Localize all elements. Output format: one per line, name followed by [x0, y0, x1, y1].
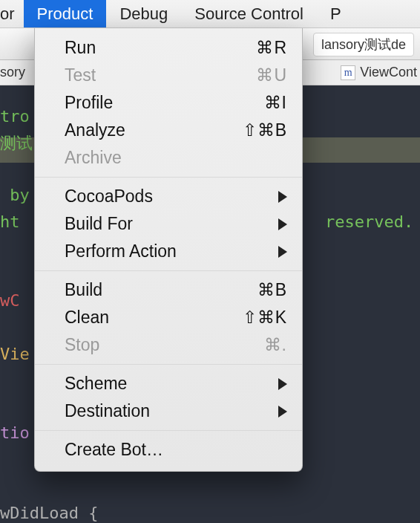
breadcrumb-right[interactable]: m ViewCont: [341, 65, 420, 80]
menu-item-label: Stop: [65, 335, 264, 355]
menu-item-stop: Stop⌘.: [35, 331, 302, 359]
menu-item-analyze[interactable]: Analyze⇧⌘B: [35, 117, 302, 144]
menu-separator: [35, 430, 302, 431]
menu-separator: [35, 177, 302, 178]
menu-item-build[interactable]: Build⌘B: [35, 276, 302, 304]
menu-item-profile[interactable]: Profile⌘I: [35, 89, 302, 117]
code-fragment: reserved.: [325, 209, 413, 235]
submenu-arrow-icon: [278, 406, 287, 418]
menu-item-shortcut: ⇧⌘K: [243, 308, 287, 328]
menu-item-shortcut: ⌘.: [264, 335, 287, 355]
scheme-path-text: lansory测试de: [321, 36, 406, 53]
menubar-item-p[interactable]: P: [317, 0, 355, 27]
breadcrumb-right-text: ViewCont: [360, 65, 417, 80]
menubar-item-source-control[interactable]: Source Control: [181, 0, 317, 27]
code-fragment: ht: [0, 209, 20, 235]
product-menu-dropdown: Run⌘RTest⌘UProfile⌘IAnalyze⇧⌘BArchiveCoc…: [34, 28, 303, 472]
code-fragment: wDidLoad {: [0, 500, 98, 523]
scheme-path-field[interactable]: lansory测试de: [313, 33, 414, 56]
menu-item-label: Destination: [65, 401, 278, 421]
file-m-icon: m: [341, 65, 355, 80]
menubar-item-debug[interactable]: Debug: [106, 0, 181, 27]
menu-item-clean[interactable]: Clean⇧⌘K: [35, 304, 302, 331]
menu-item-archive: Archive: [35, 144, 302, 172]
menu-item-shortcut: ⌘U: [256, 65, 287, 85]
menu-item-label: CocoaPods: [65, 186, 278, 207]
menu-item-run[interactable]: Run⌘R: [35, 34, 302, 62]
menu-item-label: Analyze: [65, 120, 243, 140]
menu-item-build-for[interactable]: Build For: [35, 210, 302, 238]
code-fragment: wC: [0, 288, 20, 314]
code-fragment: tro: [0, 103, 30, 130]
menu-item-shortcut: ⌘I: [264, 93, 287, 113]
breadcrumb-left-text: sory: [0, 65, 25, 80]
submenu-arrow-icon: [278, 191, 287, 203]
submenu-arrow-icon: [278, 378, 287, 390]
menu-item-label: Test: [65, 65, 256, 85]
menu-item-scheme[interactable]: Scheme: [35, 370, 302, 397]
code-fragment: tio: [0, 420, 30, 446]
menu-item-perform-action[interactable]: Perform Action: [35, 238, 302, 265]
menu-separator: [35, 364, 302, 365]
menu-item-label: Scheme: [65, 374, 278, 394]
submenu-arrow-icon: [278, 246, 287, 258]
submenu-arrow-icon: [278, 218, 287, 230]
menu-item-label: Build For: [65, 214, 278, 234]
menu-item-destination[interactable]: Destination: [35, 397, 302, 425]
menu-item-shortcut: ⌘R: [256, 38, 287, 58]
menubar-item-product[interactable]: Product: [24, 0, 107, 27]
code-fragment: by: [0, 182, 30, 209]
menu-item-label: Archive: [65, 148, 287, 168]
menu-item-create-bot[interactable]: Create Bot…: [35, 436, 302, 464]
menu-item-label: Run: [65, 38, 256, 58]
menu-item-label: Profile: [65, 93, 264, 113]
menu-item-shortcut: ⇧⌘B: [243, 120, 287, 140]
menu-item-label: Build: [65, 280, 257, 300]
menu-item-test: Test⌘U: [35, 62, 302, 89]
menubar: orProductDebugSource ControlP: [0, 0, 420, 28]
menu-item-label: Create Bot…: [65, 440, 287, 460]
menubar-item-or[interactable]: or: [0, 0, 24, 27]
code-fragment: Vie: [0, 341, 30, 368]
menu-item-cocoapods[interactable]: CocoaPods: [35, 183, 302, 210]
menu-item-label: Clean: [65, 308, 243, 328]
menu-item-shortcut: ⌘B: [257, 280, 287, 300]
menu-separator: [35, 270, 302, 271]
breadcrumb-left[interactable]: sory: [0, 65, 31, 80]
menu-item-label: Perform Action: [65, 241, 278, 262]
code-fragment: 测试: [0, 130, 33, 157]
